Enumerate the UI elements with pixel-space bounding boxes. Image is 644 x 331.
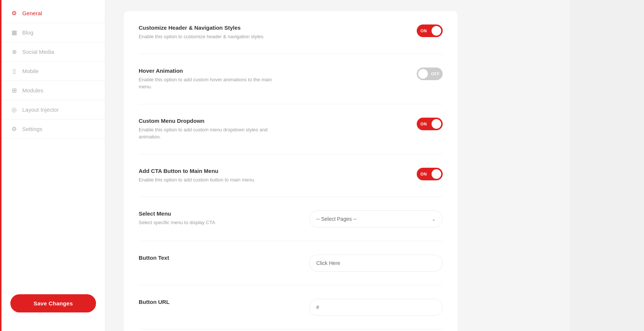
modules-icon: ⊞ [10, 87, 18, 94]
setting-title-custom-menu-dropdown: Custom Menu Dropdown [139, 118, 294, 124]
setting-row-button-text: Button Text [139, 241, 443, 285]
toggle-custom-menu-dropdown[interactable]: ON [417, 118, 443, 130]
input-button-text[interactable] [309, 255, 443, 272]
save-changes-button[interactable]: Save Changes [10, 294, 96, 312]
toggle-thumb-custom-menu-dropdown [432, 119, 441, 129]
general-icon: ⚙ [10, 10, 18, 17]
sidebar-item-general[interactable]: ⚙ General [1, 4, 105, 23]
setting-title-hover-animation: Hover Animation [139, 68, 294, 74]
setting-title-button-url: Button URL [139, 299, 294, 305]
sidebar-item-blog[interactable]: ▦ Blog [1, 23, 105, 42]
social-media-icon: ⊕ [10, 48, 18, 55]
toggle-customize-header[interactable]: ON [417, 24, 443, 37]
toggle-on-label-customize-header: ON [420, 29, 427, 33]
setting-row-custom-menu-dropdown: Custom Menu Dropdown Enable this option … [139, 104, 443, 154]
setting-desc-custom-menu-dropdown: Enable this option to add custom menu dr… [139, 126, 280, 141]
sidebar-item-label: Modules [22, 87, 43, 94]
setting-desc-add-cta-button: Enable this option to add custom button … [139, 176, 280, 184]
toggle-off-label-hover-animation: OFF [431, 72, 440, 76]
toggle-thumb-add-cta-button [432, 169, 441, 179]
right-panel [570, 0, 644, 331]
settings-icon: ⚙ [10, 125, 18, 132]
settings-panel: Customize Header & Navigation Styles Ena… [124, 11, 458, 331]
blog-icon: ▦ [10, 29, 18, 36]
setting-row-customize-header: Customize Header & Navigation Styles Ena… [139, 11, 443, 54]
mobile-icon: ▯ [10, 68, 18, 75]
input-button-url[interactable] [309, 299, 443, 316]
setting-title-select-menu: Select Menu [139, 210, 294, 217]
sidebar: ⚙ General ▦ Blog ⊕ Social Media ▯ Mobile… [1, 0, 105, 331]
setting-title-button-text: Button Text [139, 255, 294, 261]
sidebar-item-label: Blog [22, 29, 33, 36]
toggle-on-label-add-cta-button: ON [420, 172, 427, 176]
sidebar-item-label: Mobile [22, 68, 39, 74]
setting-desc-select-menu: Select specific menu to display CTA [139, 219, 280, 226]
layout-injector-icon: ◎ [10, 106, 18, 113]
toggle-on-label-custom-menu-dropdown: ON [420, 122, 427, 126]
sidebar-item-label: Social Media [22, 49, 54, 55]
sidebar-item-social-media[interactable]: ⊕ Social Media [1, 42, 105, 62]
setting-title-add-cta-button: Add CTA Button to Main Menu [139, 168, 294, 174]
sidebar-nav: ⚙ General ▦ Blog ⊕ Social Media ▯ Mobile… [1, 0, 105, 287]
sidebar-item-mobile[interactable]: ▯ Mobile [1, 62, 105, 81]
setting-desc-customize-header: Enable this option to customize header &… [139, 33, 280, 40]
setting-row-apply-menu-button: Apply Menu Button Select place where to … [139, 330, 443, 331]
setting-row-select-menu: Select Menu Select specific menu to disp… [139, 197, 443, 241]
sidebar-item-layout-injector[interactable]: ◎ Layout Injector [1, 100, 105, 119]
main-content: Customize Header & Navigation Styles Ena… [105, 0, 570, 331]
sidebar-item-label: Layout Injector [22, 106, 59, 113]
setting-row-hover-animation: Hover Animation Enable this option to ad… [139, 54, 443, 104]
toggle-add-cta-button[interactable]: ON [417, 168, 443, 180]
sidebar-item-label: General [22, 10, 42, 16]
select-select-menu[interactable]: -- Select Pages -- [309, 210, 443, 227]
sidebar-item-label: Settings [22, 126, 42, 132]
toggle-thumb-customize-header [432, 26, 441, 36]
setting-title-customize-header: Customize Header & Navigation Styles [139, 24, 294, 31]
toggle-hover-animation[interactable]: OFF [417, 68, 443, 80]
setting-row-button-url: Button URL [139, 285, 443, 330]
select-wrap-select-menu: -- Select Pages -- ⌄ [309, 210, 443, 227]
sidebar-item-modules[interactable]: ⊞ Modules [1, 81, 105, 100]
save-button-wrap: Save Changes [1, 287, 105, 320]
sidebar-item-settings[interactable]: ⚙ Settings [1, 119, 105, 139]
toggle-thumb-hover-animation [418, 69, 428, 79]
setting-row-add-cta-button: Add CTA Button to Main Menu Enable this … [139, 154, 443, 197]
setting-desc-hover-animation: Enable this option to add custom hover a… [139, 76, 280, 91]
